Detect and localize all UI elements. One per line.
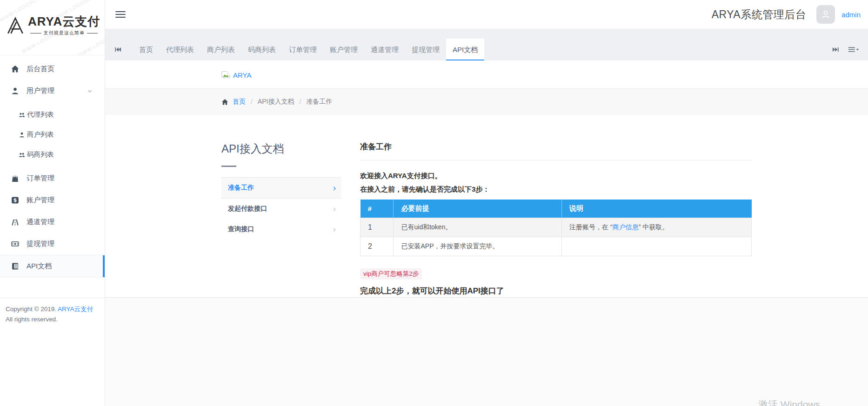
people-icon	[19, 152, 25, 158]
column-header-prerequisite: 必要前提	[394, 200, 562, 218]
sidebar-item-label: 码商列表	[27, 150, 54, 159]
user-icon	[11, 87, 20, 95]
tab-merchant-list[interactable]: 商户列表	[200, 39, 241, 60]
tab-options-menu-icon[interactable]	[845, 39, 868, 60]
brand-a-mark-icon	[6, 16, 26, 35]
chevron-right-icon: ›	[333, 204, 336, 214]
tab-home[interactable]: 首页	[133, 39, 160, 60]
note-text: ” 中获取。	[639, 223, 669, 231]
breadcrumb: 首页 / API接入文档 / 准备工作	[221, 98, 752, 106]
sidebar-item-code-merchant-list[interactable]: 码商列表	[0, 145, 105, 165]
avatar[interactable]	[816, 5, 835, 24]
people-icon	[19, 112, 25, 118]
table-row: 1 已有uid和token。 注册账号，在 “商户信息” 中获取。	[361, 218, 752, 237]
top-header: ARYA系统管理后台 admin	[105, 0, 868, 29]
sidebar-item-label: 代理列表	[27, 110, 54, 119]
note-text: 注册账号，在 “	[569, 223, 613, 231]
sidebar-item-label: 用户管理	[27, 87, 54, 95]
tab-code-merchant-list[interactable]: 码商列表	[241, 39, 282, 60]
sidebar-item-merchant-list[interactable]: 商户列表	[0, 125, 105, 145]
doc-nav-item-label: 查询接口	[228, 225, 254, 233]
cell-prerequisite: 已安装APP，并按要求设置完毕。	[394, 237, 562, 256]
merchant-info-link[interactable]: 商户信息	[613, 223, 639, 231]
sidebar-item-withdrawals[interactable]: 提现管理	[0, 233, 105, 255]
article-title: 准备工作	[360, 141, 752, 152]
column-header-number: #	[361, 200, 394, 218]
sidebar-nav: 后台首页 用户管理 代理列表	[0, 55, 105, 278]
chevron-right-icon: ›	[333, 183, 336, 193]
image-alt-text: ARYA	[233, 71, 251, 79]
tab-accounts[interactable]: 账户管理	[323, 39, 364, 60]
prerequisites-table: # 必要前提 说明 1 已有uid和token。 注册账号，在 “商户信息” 中…	[360, 200, 752, 256]
divider	[360, 160, 752, 160]
breadcrumb-level2: 准备工作	[306, 98, 332, 106]
doc-nav-item-label: 准备工作	[228, 184, 254, 192]
doc-nav-item-preparation[interactable]: 准备工作 ›	[221, 178, 341, 199]
person-icon	[19, 132, 25, 138]
sidebar-item-agent-list[interactable]: 代理列表	[0, 105, 105, 125]
document-icon	[11, 262, 20, 271]
breadcrumb-separator: /	[251, 98, 253, 106]
column-header-note: 说明	[562, 200, 752, 218]
dollar-icon: $	[11, 196, 20, 205]
doc-nav-item-query-api[interactable]: 查询接口 ›	[221, 219, 341, 240]
sidebar-item-users[interactable]: 用户管理	[0, 80, 105, 102]
doc-nav-panel: API接入文档 准备工作 › 发起付款接口 › 查询接口	[221, 141, 341, 296]
home-icon	[221, 99, 228, 106]
sidebar-toggle-icon[interactable]	[114, 7, 127, 21]
activate-windows-watermark: 激活 Windows	[758, 398, 820, 406]
sidebar-item-orders[interactable]: 订单管理	[0, 167, 105, 189]
banknote-icon	[11, 240, 20, 248]
sidebar-item-label: 账户管理	[27, 196, 54, 205]
scroll-tabs-start-icon[interactable]	[105, 39, 133, 60]
welcome-text: 欢迎接入ARYA支付接口。	[360, 172, 752, 180]
svg-text:$: $	[13, 197, 17, 203]
sidebar-item-dashboard[interactable]: 后台首页	[0, 58, 105, 80]
sidebar-item-label: 商户列表	[27, 130, 54, 139]
app-title: ARYA系统管理后台	[712, 7, 807, 22]
instruction-text: 在接入之前，请先确认是否完成以下3步：	[360, 185, 752, 194]
copyright-text: All rights reserved.	[6, 316, 58, 323]
sidebar-item-label: API文档	[27, 262, 52, 271]
doc-nav-list: 准备工作 › 发起付款接口 › 查询接口 ›	[221, 177, 341, 240]
doc-nav-item-label: 发起付款接口	[228, 205, 267, 213]
sidebar-item-label: 提现管理	[27, 240, 54, 248]
doc-nav-title: API接入文档	[221, 141, 341, 156]
table-header-row: # 必要前提 说明	[361, 200, 752, 218]
cell-step-number: 1	[361, 218, 394, 237]
scroll-tabs-end-icon[interactable]	[827, 39, 845, 60]
brand-link[interactable]: ARYA云支付	[58, 306, 93, 313]
breadcrumb-separator: /	[299, 98, 301, 106]
sidebar-item-label: 后台首页	[27, 65, 54, 73]
copyright-text: Copyright © 2019.	[6, 306, 58, 313]
table-row: 2 已安装APP，并按要求设置完毕。	[361, 237, 752, 256]
tab-bar: 首页 代理列表 商户列表 码商列表 订单管理 账户管理 通道管理 提现管理 AP…	[105, 29, 868, 60]
breadcrumb-home-link[interactable]: 首页	[233, 98, 246, 106]
doc-nav-item-payment-api[interactable]: 发起付款接口 ›	[221, 199, 341, 219]
tab-withdrawals[interactable]: 提现管理	[405, 39, 446, 60]
cell-note	[562, 237, 752, 256]
user-menu-link[interactable]: admin	[841, 11, 861, 19]
road-icon	[11, 218, 20, 226]
cell-note: 注册账号，在 “商户信息” 中获取。	[562, 218, 752, 237]
content-card: ARYA 首页 / API接入文档 / 准备工作 API接入文档	[105, 60, 868, 298]
app-root: WWW.LOGOSC.CN WWW.LOGOSC.CN WWW.LOGOSC.C…	[0, 0, 868, 406]
sidebar-item-channels[interactable]: 通道管理	[0, 211, 105, 233]
breadcrumb-level1: API接入文档	[258, 98, 294, 106]
conclusion-text: 完成以上2步，就可以开始使用API接口了	[360, 286, 752, 296]
sidebar-item-accounts[interactable]: $ 账户管理	[0, 189, 105, 211]
sidebar-item-label: 通道管理	[27, 218, 54, 226]
shopping-bag-icon	[11, 174, 20, 183]
cell-step-number: 2	[361, 237, 394, 256]
tab-api-docs[interactable]: API文档	[446, 39, 484, 60]
brand-tagline: 支付就是这么简单	[28, 30, 100, 36]
vip-note-badge: vip商户可忽略第2步	[360, 268, 422, 280]
tab-channels[interactable]: 通道管理	[364, 39, 405, 60]
article: 准备工作 欢迎接入ARYA支付接口。 在接入之前，请先确认是否完成以下3步： #…	[360, 141, 752, 296]
title-underline	[221, 166, 236, 167]
sidebar: WWW.LOGOSC.CN WWW.LOGOSC.CN WWW.LOGOSC.C…	[0, 0, 105, 406]
sidebar-submenu-users: 代理列表 商户列表 码商列表	[0, 105, 105, 165]
sidebar-item-api-docs[interactable]: API文档	[0, 255, 105, 278]
tab-agent-list[interactable]: 代理列表	[160, 39, 200, 60]
tab-orders[interactable]: 订单管理	[282, 39, 323, 60]
